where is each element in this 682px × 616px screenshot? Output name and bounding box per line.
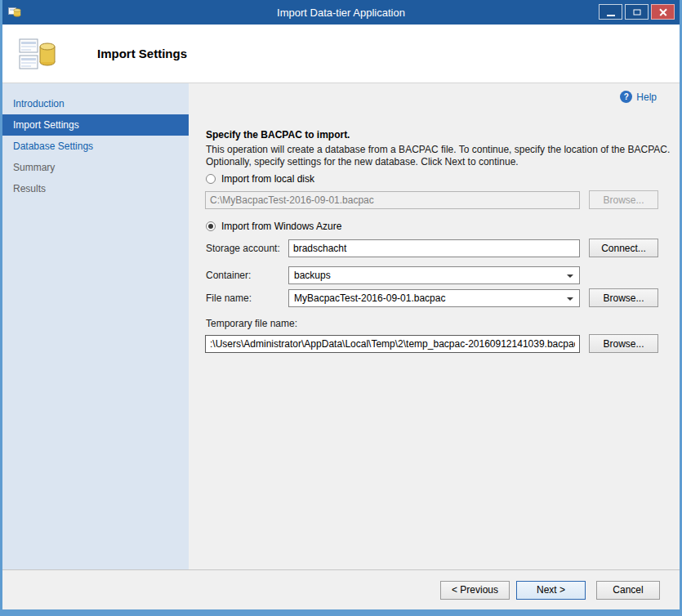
next-button[interactable]: Next > bbox=[516, 581, 586, 600]
file-name-dropdown[interactable]: MyBacpacTest-2016-09-01.bacpac bbox=[288, 289, 580, 307]
sidebar-item-results: Results bbox=[2, 178, 189, 199]
app-icon bbox=[8, 6, 21, 19]
import-azure-label[interactable]: Import from Windows Azure bbox=[221, 221, 341, 232]
maximize-icon bbox=[633, 9, 640, 15]
wizard-main-panel: Help Specify the BACPAC to import. This … bbox=[189, 83, 680, 569]
sidebar-item-summary: Summary bbox=[2, 157, 189, 178]
sidebar-item-introduction[interactable]: Introduction bbox=[2, 93, 189, 114]
container-dropdown[interactable]: backups bbox=[288, 266, 580, 284]
wizard-steps-sidebar: Introduction Import Settings Database Se… bbox=[2, 83, 189, 569]
file-name-label: File name: bbox=[206, 292, 252, 304]
temp-file-input[interactable] bbox=[205, 335, 580, 353]
import-local-disk-option: Import from local disk bbox=[206, 173, 314, 185]
window: Import Data-tier Application Import Sett… bbox=[0, 0, 682, 616]
minimize-icon bbox=[607, 15, 615, 16]
title-bar: Import Data-tier Application bbox=[2, 0, 680, 25]
window-title: Import Data-tier Application bbox=[2, 7, 680, 19]
close-button[interactable] bbox=[651, 4, 675, 20]
cancel-button[interactable]: Cancel bbox=[596, 581, 660, 600]
sidebar-item-database-settings[interactable]: Database Settings bbox=[2, 136, 189, 157]
help-label: Help bbox=[636, 92, 657, 103]
import-local-disk-label[interactable]: Import from local disk bbox=[221, 173, 314, 185]
maximize-button[interactable] bbox=[625, 4, 649, 20]
storage-account-label: Storage account: bbox=[206, 243, 280, 254]
window-controls bbox=[599, 4, 675, 20]
minimize-button[interactable] bbox=[599, 4, 622, 20]
connect-button[interactable]: Connect... bbox=[589, 239, 658, 257]
import-local-disk-radio[interactable] bbox=[206, 174, 216, 184]
import-azure-radio[interactable] bbox=[206, 221, 216, 231]
container-label: Container: bbox=[206, 270, 251, 281]
file-name-value: MyBacpacTest-2016-09-01.bacpac bbox=[294, 292, 445, 304]
import-azure-option: Import from Windows Azure bbox=[206, 221, 341, 232]
previous-button[interactable]: < Previous bbox=[440, 581, 510, 600]
import-bacpac-icon bbox=[19, 37, 56, 71]
storage-account-input[interactable] bbox=[288, 239, 580, 257]
wizard-page-title: Import Settings bbox=[97, 47, 187, 60]
sidebar-item-import-settings[interactable]: Import Settings bbox=[2, 114, 189, 136]
local-bacpac-path-input bbox=[205, 191, 580, 209]
window-bottom-border bbox=[2, 609, 680, 616]
wizard-body: Introduction Import Settings Database Se… bbox=[2, 83, 680, 569]
temp-browse-button[interactable]: Browse... bbox=[589, 334, 658, 353]
container-value: backups bbox=[294, 270, 331, 281]
chevron-down-icon bbox=[567, 297, 573, 301]
chevron-down-icon bbox=[567, 275, 573, 278]
help-link[interactable]: Help bbox=[620, 91, 657, 103]
help-icon bbox=[620, 91, 632, 103]
local-browse-button: Browse... bbox=[589, 190, 658, 209]
temp-file-label: Temporary file name: bbox=[206, 318, 297, 329]
wizard-footer: < Previous Next > Cancel bbox=[2, 569, 680, 609]
page-description: This operation will create a database fr… bbox=[206, 144, 671, 168]
file-browse-button[interactable]: Browse... bbox=[589, 288, 658, 307]
page-heading: Specify the BACPAC to import. bbox=[206, 129, 350, 141]
wizard-header: Import Settings bbox=[2, 25, 680, 83]
